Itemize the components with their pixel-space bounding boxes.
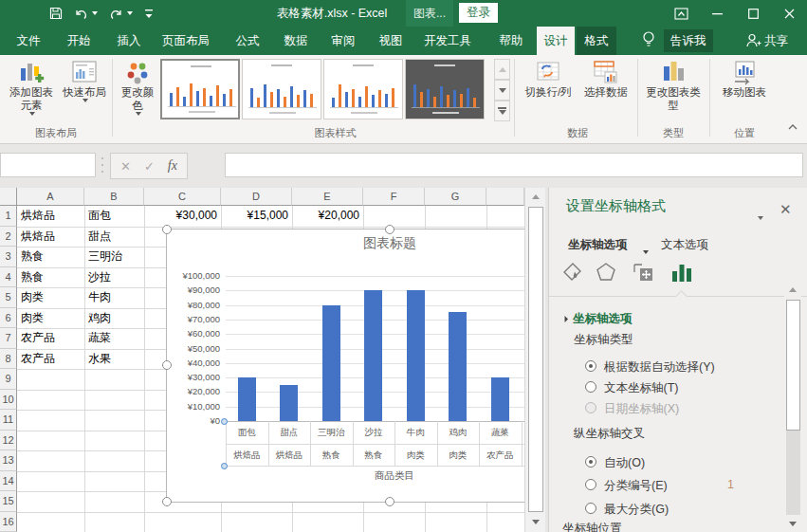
pane-scroll-thumb[interactable] — [786, 300, 800, 431]
chart-bar[interactable] — [449, 312, 467, 421]
category-group-label[interactable]: 烘焙品 — [226, 449, 268, 462]
chart-style-thumbnail[interactable] — [242, 59, 321, 119]
quick-layout-button[interactable]: 快速布局 — [59, 57, 110, 102]
redo-dropdown-icon[interactable] — [127, 11, 133, 15]
chart-bar[interactable] — [322, 305, 340, 421]
close-icon[interactable] — [771, 0, 807, 27]
tab-审阅[interactable]: 审阅 — [322, 27, 364, 55]
undo-button[interactable] — [74, 8, 98, 20]
scroll-thumb[interactable] — [528, 207, 543, 512]
category-group-label[interactable]: 烘焙品 — [268, 449, 311, 462]
row-header-5[interactable]: 5 — [0, 287, 17, 308]
chart-selection-handle[interactable] — [385, 225, 394, 234]
chart-style-thumbnail[interactable] — [323, 59, 403, 119]
pane-tab-axis-options[interactable]: 坐标轴选项 — [568, 237, 628, 253]
row-header-1[interactable]: 1 — [0, 206, 17, 227]
chart-bar[interactable] — [364, 290, 382, 421]
grid-cell[interactable]: 面包 — [84, 206, 144, 227]
effects-icon[interactable] — [594, 260, 618, 284]
ribbon-display-options-icon[interactable] — [663, 0, 699, 27]
pane-tab-text-options[interactable]: 文本选项 — [661, 237, 708, 253]
sheet-vertical-scrollbar[interactable] — [524, 188, 545, 532]
category-label[interactable]: 面包 — [226, 427, 268, 439]
row-header-12[interactable]: 12 — [0, 431, 17, 451]
radio-circle[interactable] — [585, 479, 596, 490]
grid-cell[interactable]: ¥15,000 — [221, 206, 292, 227]
minimize-icon[interactable] — [699, 0, 735, 27]
pane-dropdown-icon[interactable] — [756, 209, 763, 226]
insert-function-icon[interactable]: fx — [168, 158, 177, 174]
grid-cell[interactable]: ¥20,000 — [292, 206, 363, 227]
category-label[interactable]: 牛肉 — [394, 427, 437, 439]
grid-cell[interactable]: 沙拉 — [84, 267, 144, 288]
pane-scroll-down-icon[interactable] — [784, 515, 801, 532]
category-label[interactable]: 沙拉 — [353, 427, 395, 439]
tab-数据[interactable]: 数据 — [275, 27, 317, 55]
category-label[interactable]: 三明治 — [310, 427, 353, 439]
cancel-icon[interactable]: ✕ — [120, 159, 131, 174]
category-label[interactable]: 鸡肉 — [437, 427, 480, 439]
column-header-partial[interactable] — [486, 188, 524, 206]
undo-dropdown-icon[interactable] — [92, 11, 98, 15]
pane-close-icon[interactable]: ✕ — [779, 201, 792, 218]
radio-circle[interactable] — [585, 456, 596, 468]
row-header-3[interactable]: 3 — [0, 247, 17, 267]
x-axis-title[interactable]: 商品类目 — [226, 469, 524, 483]
row-header-9[interactable]: 9 — [0, 369, 17, 390]
column-header-G[interactable]: G — [425, 188, 486, 206]
tab-页面布局[interactable]: 页面布局 — [154, 27, 218, 55]
pane-tab-axis-dropdown-icon[interactable] — [641, 243, 649, 260]
grid-cell[interactable]: 烘焙品 — [17, 206, 84, 227]
grid-cell[interactable]: 农产品 — [17, 328, 84, 349]
grid-cell[interactable]: 鸡肉 — [84, 308, 144, 329]
tab-视图[interactable]: 视图 — [370, 27, 412, 55]
row-header-10[interactable]: 10 — [0, 390, 17, 411]
grid-cell[interactable]: 烘焙品 — [17, 227, 84, 248]
radio-circle[interactable] — [585, 503, 596, 514]
row-header-8[interactable]: 8 — [0, 349, 17, 370]
gallery-up-icon[interactable] — [494, 59, 510, 80]
row-header-11[interactable]: 11 — [0, 410, 17, 431]
category-group-label[interactable]: 肉类 — [437, 449, 480, 462]
grid-cell[interactable]: 熟食 — [17, 247, 84, 267]
grid-cell[interactable]: ¥30,000 — [144, 206, 221, 227]
scroll-up-icon[interactable] — [526, 189, 545, 205]
radio-circle[interactable] — [585, 381, 596, 393]
grid-cell[interactable]: 熟食 — [17, 267, 84, 288]
tab-开始[interactable]: 开始 — [57, 27, 101, 55]
radio-circle[interactable] — [585, 402, 596, 413]
grid-cell[interactable]: 蔬菜 — [84, 328, 144, 349]
formula-bar-splitter[interactable] — [101, 157, 104, 173]
row-header-15[interactable]: 15 — [0, 491, 17, 512]
column-header-D[interactable]: D — [221, 188, 292, 206]
category-group-label[interactable]: 熟食 — [353, 449, 395, 462]
fill-line-icon[interactable] — [560, 260, 585, 284]
save-icon[interactable] — [49, 7, 63, 20]
column-header-F[interactable]: F — [363, 188, 425, 206]
row-header-4[interactable]: 4 — [0, 267, 17, 288]
chart-selection-handle[interactable] — [162, 360, 172, 370]
grid-cell[interactable]: 水果 — [84, 349, 144, 370]
switch-row-column-button[interactable]: 切换行/列 — [520, 57, 577, 99]
tab-公式[interactable]: 公式 — [226, 27, 269, 55]
tell-me-box[interactable]: 告诉我 — [664, 29, 713, 52]
category-label[interactable]: 蔬菜 — [479, 427, 522, 439]
chart-selection-handle[interactable] — [162, 225, 172, 234]
add-chart-element-button[interactable]: 添加图表元素 — [6, 57, 57, 116]
gallery-more-icon[interactable] — [494, 101, 510, 121]
row-header-6[interactable]: 6 — [0, 308, 17, 329]
category-group-label[interactable]: 农产品 — [522, 449, 525, 462]
category-group-label[interactable]: 农产品 — [479, 449, 522, 462]
category-label[interactable]: 甜点 — [268, 427, 311, 439]
axis-options-section-header[interactable]: 坐标轴选项 — [562, 311, 633, 327]
category-group-label[interactable]: 熟食 — [310, 449, 353, 462]
category-group-label[interactable]: 肉类 — [394, 449, 437, 462]
enter-icon[interactable]: ✓ — [144, 159, 155, 174]
row-header-16[interactable]: 16 — [0, 512, 17, 532]
select-data-button[interactable]: 选择数据 — [578, 57, 633, 99]
chart-style-thumbnail[interactable] — [405, 59, 485, 119]
grid-cell[interactable]: 甜点 — [84, 227, 144, 248]
chart-selection-handle[interactable] — [385, 497, 394, 506]
scroll-down-icon[interactable] — [526, 514, 545, 530]
column-header-C[interactable]: C — [144, 188, 221, 206]
